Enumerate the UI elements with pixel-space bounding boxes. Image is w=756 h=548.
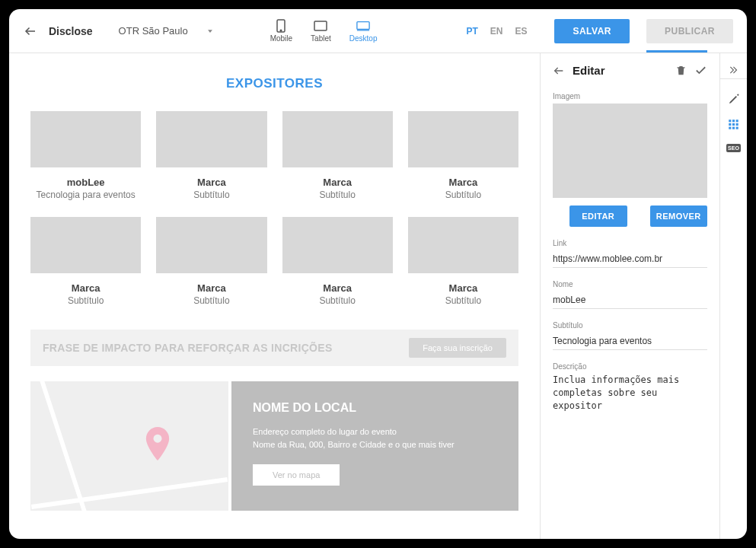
exhibitor-card[interactable]: MarcaSubtítulo <box>156 217 266 307</box>
event-name: OTR São Paulo <box>119 25 188 37</box>
card-image-placeholder <box>408 217 518 273</box>
svg-rect-11 <box>736 119 738 122</box>
event-dropdown[interactable]: OTR São Paulo <box>119 25 244 37</box>
location-address-1: Endereço completo do lugar do evento <box>253 425 497 438</box>
preview-canvas: EXPOSITORES mobLeeTecnologia para evento… <box>9 53 540 539</box>
name-input[interactable] <box>553 292 707 309</box>
device-tab-tablet[interactable]: Tablet <box>311 19 331 43</box>
section-title: EXPOSITORES <box>30 76 518 91</box>
chevron-down-icon <box>206 27 214 35</box>
desktop-icon <box>356 19 370 33</box>
svg-rect-4 <box>314 21 327 30</box>
card-image-placeholder <box>30 111 141 167</box>
card-title: Marca <box>156 282 266 294</box>
image-edit-button[interactable]: EDITAR <box>569 206 627 227</box>
device-tabs: Mobile Tablet Desktop <box>270 19 378 43</box>
card-title: Marca <box>408 282 518 294</box>
svg-rect-16 <box>732 127 735 129</box>
card-title: Marca <box>282 177 393 188</box>
rail-collapse-icon[interactable] <box>720 61 747 79</box>
grid-tool-icon[interactable] <box>728 119 739 130</box>
card-image-placeholder <box>408 111 518 167</box>
publish-button[interactable]: PUBLICAR <box>646 19 733 43</box>
cta-button[interactable]: Faça sua inscrição <box>409 338 506 358</box>
svg-point-7 <box>154 435 162 443</box>
lang-tab-es[interactable]: ES <box>515 26 527 37</box>
card-image-placeholder <box>156 217 266 273</box>
link-label: Link <box>553 239 707 247</box>
lang-tab-pt[interactable]: PT <box>466 26 477 37</box>
location-title: NOME DO LOCAL <box>253 401 497 415</box>
exhibitor-card[interactable]: MarcaSubtítulo <box>282 111 393 202</box>
edit-panel: Editar Imagem EDITAR REMOVER Link Nome S… <box>540 53 719 539</box>
exhibitor-card[interactable]: MarcaSubtítulo <box>408 217 518 307</box>
exhibitor-card[interactable]: mobLeeTecnologia para eventos <box>30 111 141 202</box>
subtitle-input[interactable] <box>553 333 707 350</box>
cta-bar: FRASE DE IMPACTO PARA REFORÇAR AS INCRIÇ… <box>30 330 518 366</box>
app-title: Disclose <box>49 25 93 37</box>
card-subtitle: Subtítulo <box>156 190 266 202</box>
location-address-2: Nome da Rua, 000, Bairro e Cidade e o qu… <box>253 438 497 451</box>
svg-marker-1 <box>208 30 212 33</box>
save-button[interactable]: SALVAR <box>554 19 630 43</box>
location-info: NOME DO LOCAL Endereço completo do lugar… <box>231 381 518 511</box>
name-label: Nome <box>553 280 707 288</box>
exhibitor-card[interactable]: MarcaSubtítulo <box>156 111 266 202</box>
delete-icon[interactable] <box>675 65 687 76</box>
card-subtitle: Subtítulo <box>408 295 518 307</box>
location-section: NOME DO LOCAL Endereço completo do lugar… <box>30 381 518 511</box>
device-tab-desktop[interactable]: Desktop <box>349 19 378 43</box>
exhibitor-grid: mobLeeTecnologia para eventosMarcaSubtít… <box>30 111 518 307</box>
card-image-placeholder <box>156 111 266 167</box>
image-label: Imagem <box>553 92 707 100</box>
map-placeholder[interactable] <box>30 381 228 511</box>
card-subtitle: Subtítulo <box>282 190 393 202</box>
description-label: Descrição <box>553 362 707 371</box>
svg-rect-10 <box>732 119 735 122</box>
exhibitor-card[interactable]: MarcaSubtítulo <box>30 217 141 307</box>
link-input[interactable] <box>553 250 707 268</box>
card-subtitle: Subtítulo <box>282 295 393 307</box>
card-image-placeholder <box>30 217 141 273</box>
seo-tool-icon[interactable]: SEO <box>726 144 741 152</box>
svg-rect-5 <box>357 22 369 30</box>
view-on-map-button[interactable]: Ver no mapa <box>253 464 340 486</box>
image-preview[interactable] <box>553 104 707 198</box>
svg-rect-17 <box>736 127 738 129</box>
top-toolbar: Disclose OTR São Paulo Mobile Tablet Des… <box>9 9 747 53</box>
exhibitor-card[interactable]: MarcaSubtítulo <box>282 217 393 307</box>
svg-point-3 <box>281 30 282 31</box>
confirm-icon[interactable] <box>694 64 707 77</box>
subtitle-label: Subtítulo <box>553 321 707 330</box>
back-arrow-icon[interactable] <box>23 24 38 39</box>
description-textarea[interactable] <box>553 374 707 412</box>
image-remove-button[interactable]: REMOVER <box>650 206 708 227</box>
pencil-tool-icon[interactable] <box>728 93 740 105</box>
card-subtitle: Subtítulo <box>30 295 141 307</box>
card-image-placeholder <box>282 111 393 167</box>
tool-rail: SEO <box>719 53 747 539</box>
cta-text: FRASE DE IMPACTO PARA REFORÇAR AS INCRIÇ… <box>43 342 333 354</box>
card-title: Marca <box>30 282 141 294</box>
svg-rect-15 <box>729 127 731 129</box>
card-subtitle: Subtítulo <box>156 295 266 307</box>
svg-rect-13 <box>732 123 735 126</box>
card-subtitle: Tecnologia para eventos <box>30 190 141 202</box>
lang-tab-en[interactable]: EN <box>490 26 503 37</box>
exhibitor-card[interactable]: MarcaSubtítulo <box>408 111 518 202</box>
map-pin-icon <box>145 427 171 460</box>
svg-rect-9 <box>729 119 731 122</box>
card-title: Marca <box>156 177 266 188</box>
svg-rect-12 <box>729 123 731 126</box>
panel-title: Editar <box>573 64 668 77</box>
device-tab-mobile[interactable]: Mobile <box>270 19 292 43</box>
publish-progress-bar <box>646 50 707 53</box>
svg-rect-14 <box>736 123 738 126</box>
card-title: Marca <box>408 177 518 188</box>
card-title: mobLee <box>30 177 141 188</box>
mobile-icon <box>274 19 288 33</box>
card-image-placeholder <box>282 217 393 273</box>
card-subtitle: Subtítulo <box>408 190 518 202</box>
panel-back-icon[interactable] <box>553 65 565 77</box>
language-tabs: PT EN ES <box>466 26 527 37</box>
